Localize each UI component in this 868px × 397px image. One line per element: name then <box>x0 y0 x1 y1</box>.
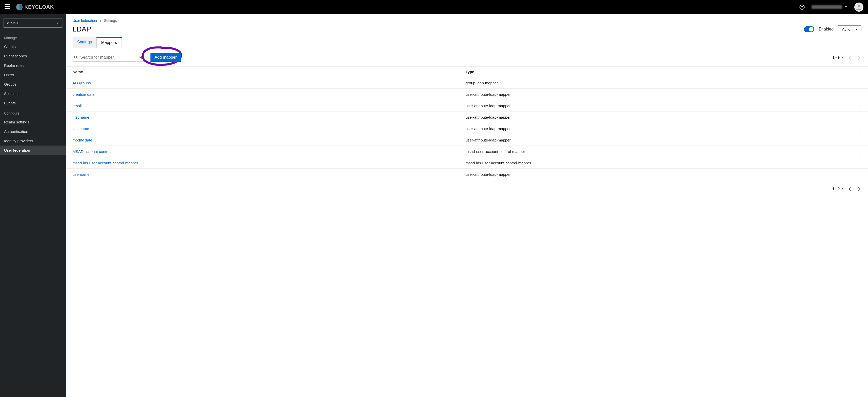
pagination-range-text: 1 - 9 <box>833 55 840 59</box>
sidebar-item-realm-roles[interactable]: Realm roles <box>0 61 66 70</box>
table-row: msad-lds-user-account-control-mappermsad… <box>66 157 868 169</box>
toolbar: Add mapper 1 - 9 ▼ ❮ ❯ <box>66 48 868 66</box>
sidebar-item-clients[interactable]: Clients <box>0 42 66 51</box>
pagination-bottom-wrap: 1 - 9 ▼ ❮ ❯ <box>66 180 868 197</box>
caret-down-icon: ▼ <box>845 6 847 8</box>
mapper-type: group-ldap-mapper <box>459 77 852 89</box>
mapper-link[interactable]: first name <box>72 115 89 119</box>
breadcrumb: User federation ❯ Settings <box>66 14 868 23</box>
hamburger-icon[interactable] <box>5 4 10 10</box>
sidebar-item-identity-providers[interactable]: Identity providers <box>0 136 66 145</box>
breadcrumb-link-user-federation[interactable]: User federation <box>72 19 97 23</box>
content: User federation ❯ Settings LDAP Enabled … <box>66 14 868 397</box>
mapper-type: user-attribute-ldap-mapper <box>459 123 852 134</box>
tabs: SettingsMappers <box>72 37 861 48</box>
pagination-top: 1 - 9 ▼ ❮ ❯ <box>833 55 861 60</box>
pagination-next[interactable]: ❯ <box>856 186 861 191</box>
sidebar-section-header: Manage <box>0 32 66 42</box>
mapper-type: user-attribute-ldap-mapper <box>459 89 852 100</box>
row-actions-kebab[interactable] <box>859 92 861 98</box>
row-actions-kebab[interactable] <box>859 150 861 155</box>
svg-line-8 <box>76 58 78 59</box>
table-row: creation dateuser-attribute-ldap-mapper <box>66 89 868 100</box>
mapper-type: user-attribute-ldap-mapper <box>459 134 852 146</box>
action-label: Action <box>842 27 852 31</box>
pagination-next: ❯ <box>856 55 861 60</box>
search-icon <box>74 55 78 59</box>
mapper-link[interactable]: MSAD account controls <box>72 149 113 154</box>
pagination-prev: ❮ <box>847 55 852 60</box>
svg-rect-1 <box>5 6 10 7</box>
sidebar-item-groups[interactable]: Groups <box>0 80 66 89</box>
pagination-range-text: 1 - 9 <box>833 187 840 191</box>
arrow-right-icon <box>139 55 143 59</box>
row-actions-kebab[interactable] <box>859 81 861 86</box>
column-header-actions <box>852 66 868 77</box>
realm-selector-value: kublr-ui <box>7 21 19 25</box>
tab-settings[interactable]: Settings <box>72 37 96 48</box>
column-header-name: Name <box>66 66 459 77</box>
row-actions-kebab[interactable] <box>859 104 861 109</box>
user-menu[interactable]: ▼ <box>812 5 847 9</box>
brand-mark-icon <box>16 4 23 10</box>
pagination-range[interactable]: 1 - 9 ▼ <box>833 187 844 191</box>
table-row: last nameuser-attribute-ldap-mapper <box>66 123 868 134</box>
sidebar-section-header: Configure <box>0 108 66 117</box>
sidebar-item-realm-settings[interactable]: Realm settings <box>0 117 66 127</box>
brand-logo[interactable]: KEYCLOAK <box>16 4 54 10</box>
help-icon[interactable]: ? <box>800 5 805 10</box>
page-title: LDAP <box>72 25 91 33</box>
table-row: first nameuser-attribute-ldap-mapper <box>66 112 868 123</box>
caret-down-icon: ▼ <box>855 28 858 31</box>
sidebar-item-client-scopes[interactable]: Client scopes <box>0 51 66 61</box>
topbar-right: ? ▼ <box>800 3 863 12</box>
mappers-table: Name Type AD-groupsgroup-ldap-mappercrea… <box>66 66 868 180</box>
svg-rect-0 <box>5 4 10 5</box>
search-submit-button[interactable] <box>137 53 145 62</box>
breadcrumb-current: Settings <box>104 19 117 23</box>
svg-point-6 <box>858 5 860 7</box>
row-actions-kebab[interactable] <box>859 172 861 178</box>
pagination-range[interactable]: 1 - 9 ▼ <box>833 55 844 59</box>
search-input[interactable] <box>79 54 136 61</box>
add-mapper-button[interactable]: Add mapper <box>151 53 181 62</box>
mapper-link[interactable]: msad-lds-user-account-control-mapper <box>72 161 138 165</box>
column-header-type: Type <box>459 66 852 77</box>
toolbar-left: Add mapper <box>68 53 181 62</box>
mapper-type: user-attribute-ldap-mapper <box>459 100 852 112</box>
mapper-type: user-attribute-ldap-mapper <box>459 169 852 180</box>
page-header: LDAP Enabled Action ▼ <box>66 23 868 33</box>
realm-selector[interactable]: kublr-ui ▼ <box>4 19 62 28</box>
sidebar-item-sessions[interactable]: Sessions <box>0 89 66 98</box>
search-wrap <box>72 54 136 61</box>
mapper-link[interactable]: last name <box>72 126 89 131</box>
caret-down-icon: ▼ <box>841 187 844 190</box>
mapper-link[interactable]: creation date <box>72 92 95 96</box>
mapper-link[interactable]: email <box>72 104 82 108</box>
table-row: emailuser-attribute-ldap-mapper <box>66 100 868 112</box>
row-actions-kebab[interactable] <box>859 138 861 143</box>
avatar[interactable] <box>854 3 863 12</box>
topbar-left: KEYCLOAK <box>5 4 54 10</box>
sidebar-item-user-federation[interactable]: User federation <box>0 145 66 155</box>
caret-down-icon: ▼ <box>841 56 844 59</box>
sidebar-item-events[interactable]: Events <box>0 98 66 108</box>
table-row: usernameuser-attribute-ldap-mapper <box>66 169 868 180</box>
pagination-prev[interactable]: ❮ <box>847 186 852 191</box>
enabled-toggle[interactable] <box>804 26 814 32</box>
mapper-link[interactable]: modify date <box>72 138 92 142</box>
row-actions-kebab[interactable] <box>859 115 861 121</box>
row-actions-kebab[interactable] <box>859 161 861 166</box>
mapper-link[interactable]: AD-groups <box>72 81 91 85</box>
sidebar-item-users[interactable]: Users <box>0 70 66 80</box>
tab-mappers[interactable]: Mappers <box>96 37 122 48</box>
table-row: modify dateuser-attribute-ldap-mapper <box>66 134 868 146</box>
sidebar: kublr-ui ▼ ManageClientsClient scopesRea… <box>0 14 66 397</box>
row-actions-kebab[interactable] <box>859 127 861 132</box>
sidebar-item-authentication[interactable]: Authentication <box>0 127 66 136</box>
chevron-right-icon: ❯ <box>99 19 101 22</box>
action-dropdown[interactable]: Action ▼ <box>838 25 861 33</box>
mapper-link[interactable]: username <box>72 172 90 176</box>
mapper-type: msad-lds-user-account-control-mapper <box>459 157 852 169</box>
topbar: KEYCLOAK ? ▼ <box>0 0 868 14</box>
